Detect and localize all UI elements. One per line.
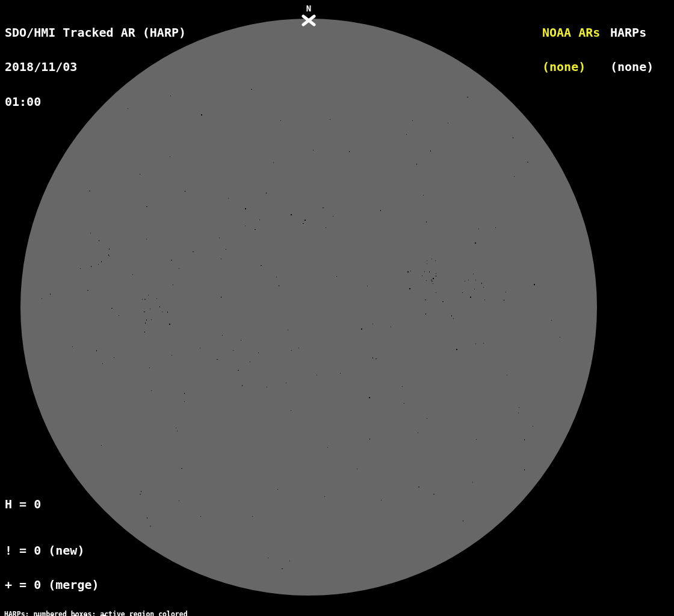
footer-captions: HARPs: numbered boxes; active region col… — [4, 596, 246, 616]
north-direction-label: N — [306, 4, 311, 13]
observation-date: 2018/11/03 — [5, 61, 186, 73]
legend-item-merge: + = 0 (merge) — [5, 579, 143, 591]
north-pole-x-cross-icon — [301, 14, 316, 26]
title-block: SDO/HMI Tracked AR (HARP) 2018/11/03 01:… — [5, 4, 186, 120]
page-title: SDO/HMI Tracked AR (HARP) — [5, 27, 186, 38]
noaa-ars-status: NOAA ARs (none) — [542, 4, 600, 85]
noaa-ars-value: (none) — [542, 61, 600, 73]
harps-status: HARPs (none) — [610, 4, 654, 85]
harps-value: (none) — [610, 61, 654, 73]
harp-count: H = 0 — [5, 499, 41, 510]
legend-item-new: ! = 0 (new) — [5, 545, 143, 556]
footer-harps-caption: HARPs: numbered boxes; active region col… — [4, 611, 246, 616]
observation-time: 01:00 — [5, 96, 186, 108]
harps-label: HARPs — [610, 27, 654, 38]
noaa-ars-label: NOAA ARs — [542, 27, 600, 38]
